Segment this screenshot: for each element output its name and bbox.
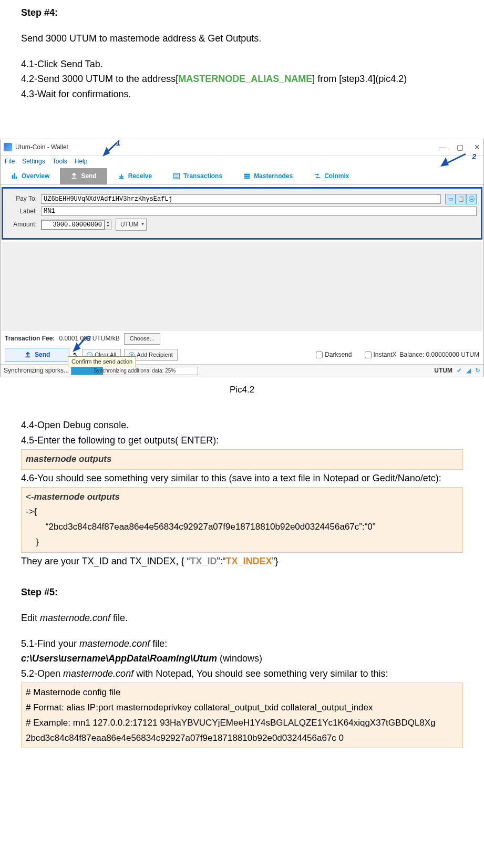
tab-send[interactable]: Send	[60, 168, 107, 184]
menu-bar: File Settings Tools Help	[1, 156, 483, 168]
recipients-area	[2, 242, 482, 331]
payto-label: Pay To:	[7, 194, 37, 204]
svg-rect-4	[72, 178, 77, 179]
svg-rect-12	[244, 178, 250, 179]
send-up-icon	[24, 351, 32, 358]
status-check-icon: ✔	[457, 366, 462, 376]
wallet-window: 1 2 Utum-Coin - Wallet — ▢ ✕ File Settin…	[0, 139, 484, 377]
status-signal-icon: ◢	[466, 366, 471, 376]
overview-icon	[11, 172, 18, 180]
step5-heading: Step #5:	[21, 585, 463, 600]
receive-icon	[118, 172, 125, 180]
darksend-checkbox[interactable]: Darksend	[316, 350, 352, 360]
app-icon	[4, 143, 12, 151]
send-button[interactable]: Send	[5, 348, 69, 362]
amount-input[interactable]	[42, 220, 105, 230]
line-5-2: 5.2-Open masternode.conf with Notepad, Y…	[21, 666, 463, 681]
step4-heading: Step #4:	[21, 5, 463, 20]
step5-intro: Edit masternode.conf file.	[21, 611, 463, 626]
line-5-1: 5.1-Find your masternode.conf file:	[21, 636, 463, 652]
send-icon	[70, 172, 78, 180]
amount-down[interactable]: ▼	[105, 224, 111, 228]
fee-value: 0.0001 000 UTUM/kB	[59, 334, 119, 344]
send-tooltip: Confirm the send action	[68, 356, 136, 368]
menu-tools[interactable]: Tools	[53, 157, 67, 167]
amount-up[interactable]: ▲	[105, 220, 111, 224]
tab-receive[interactable]: Receive	[107, 168, 162, 184]
tx-explain: They are your TX_ID and TX_INDEX, { “TX_…	[21, 554, 463, 569]
label-label: Label:	[7, 206, 37, 216]
menu-settings[interactable]: Settings	[22, 157, 45, 167]
unit-dropdown[interactable]: UTUM	[116, 219, 147, 231]
coinmix-icon	[314, 172, 321, 180]
tab-overview[interactable]: Overview	[1, 168, 60, 184]
sync-status-text: Synchronizing sporks...	[4, 366, 69, 376]
tab-transactions[interactable]: Transactions	[162, 168, 233, 184]
instantx-checkbox[interactable]: InstantX	[365, 350, 397, 360]
output-box: <-masternode outputs ->{ “2bcd3c84c84f87…	[21, 487, 463, 553]
masternodes-icon	[243, 172, 251, 180]
balance-text: Balance: 0.00000000 UTUM	[400, 350, 479, 360]
maximize-button[interactable]: ▢	[457, 141, 464, 153]
line-4-2: 4.2-Send 3000 UTUM to the address[MASTER…	[21, 71, 463, 87]
label-input[interactable]	[41, 206, 477, 216]
figure-caption: Pic4.2	[0, 383, 484, 397]
menu-file[interactable]: File	[5, 157, 15, 167]
svg-rect-11	[244, 175, 250, 177]
command-box-1: masternode outputs	[21, 449, 463, 470]
tab-masternodes[interactable]: Masternodes	[233, 168, 303, 184]
brand-label: UTUM	[434, 366, 452, 376]
choose-fee-button[interactable]: Choose...	[124, 333, 160, 345]
main-toolbar: Overview Send Receive Transactions Maste…	[1, 168, 483, 185]
menu-help[interactable]: Help	[75, 157, 88, 167]
amount-spinner[interactable]: ▲▼	[41, 220, 111, 230]
send-form: Pay To: ▭ 📋 Label: Amount: ▲▼ UTUM	[2, 187, 482, 240]
title-bar: Utum-Coin - Wallet — ▢ ✕	[1, 139, 483, 156]
amount-label: Amount:	[7, 220, 37, 230]
step4-substeps: 4.1-Click Send Tab. 4.2-Send 3000 UTUM t…	[21, 57, 463, 102]
svg-rect-10	[244, 174, 250, 175]
window-title: Utum-Coin - Wallet	[15, 142, 68, 152]
close-button[interactable]: ✕	[474, 141, 480, 153]
clear-address-button[interactable]	[466, 194, 477, 204]
alias-placeholder: MASTERNODE_ALIAS_NAME	[178, 74, 312, 84]
addressbook-button[interactable]: ▭	[445, 194, 456, 204]
minimize-button[interactable]: —	[439, 141, 446, 153]
line-4-4: 4.4-Open Debug console.	[21, 418, 463, 433]
fee-row: Transaction Fee: 0.0001 000 UTUM/kB Choo…	[1, 331, 483, 347]
line-4-1: 4.1-Click Send Tab.	[21, 57, 463, 72]
tab-coinmix[interactable]: Coinmix	[303, 168, 359, 184]
status-sync-icon: ↻	[475, 366, 480, 376]
step4-intro: Send 3000 UTUM to masternode address & G…	[21, 31, 463, 46]
line-4-5: 4.5-Enter the following to get outputs( …	[21, 433, 463, 448]
conf-box: # Masternode config file # Format: alias…	[21, 683, 463, 749]
transactions-icon	[173, 172, 180, 180]
line-4-3: 4.3-Wait for confirmations.	[21, 87, 463, 102]
line-4-6: 4.6-You should see something very simila…	[21, 471, 463, 486]
paste-button[interactable]: 📋	[456, 194, 466, 204]
svg-rect-5	[119, 178, 123, 179]
action-row: Send ↖ Clear All Add Recipient Darksend …	[1, 347, 483, 364]
status-bar: Synchronizing sporks... Synchronizing ad…	[1, 364, 483, 377]
payto-input[interactable]	[41, 194, 441, 204]
conf-path: c:\Users\username\AppData\Roaming\Utum (…	[21, 651, 463, 666]
sync-progress: Synchronizing additional data: 25%	[71, 367, 198, 375]
